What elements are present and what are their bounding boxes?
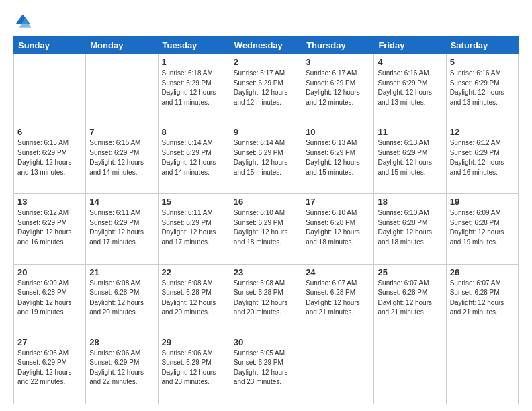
day-number: 24 <box>306 267 370 277</box>
day-number: 3 <box>306 57 370 67</box>
day-info: Sunrise: 6:11 AM Sunset: 6:29 PM Dayligh… <box>89 208 154 247</box>
day-number: 10 <box>306 127 370 137</box>
day-number: 30 <box>234 337 298 347</box>
calendar-day-cell: 1Sunrise: 6:18 AM Sunset: 6:29 PM Daylig… <box>158 54 230 124</box>
calendar-day-cell: 3Sunrise: 6:17 AM Sunset: 6:29 PM Daylig… <box>302 54 374 124</box>
day-number: 25 <box>378 267 442 277</box>
day-number: 22 <box>162 267 226 277</box>
day-info: Sunrise: 6:09 AM Sunset: 6:28 PM Dayligh… <box>450 208 515 247</box>
day-info: Sunrise: 6:13 AM Sunset: 6:29 PM Dayligh… <box>378 138 442 177</box>
day-info: Sunrise: 6:14 AM Sunset: 6:29 PM Dayligh… <box>162 138 226 177</box>
day-info: Sunrise: 6:10 AM Sunset: 6:29 PM Dayligh… <box>234 208 298 247</box>
calendar-day-cell <box>14 54 86 124</box>
day-info: Sunrise: 6:06 AM Sunset: 6:29 PM Dayligh… <box>89 349 154 387</box>
calendar-day-cell: 27Sunrise: 6:06 AM Sunset: 6:29 PM Dayli… <box>14 334 86 404</box>
day-info: Sunrise: 6:15 AM Sunset: 6:29 PM Dayligh… <box>89 138 154 177</box>
day-info: Sunrise: 6:16 AM Sunset: 6:29 PM Dayligh… <box>450 68 515 107</box>
weekday-header-monday: Monday <box>86 37 158 54</box>
day-info: Sunrise: 6:06 AM Sunset: 6:29 PM Dayligh… <box>17 349 82 387</box>
calendar-day-cell: 11Sunrise: 6:13 AM Sunset: 6:29 PM Dayli… <box>374 124 446 194</box>
day-number: 2 <box>234 57 298 67</box>
day-number: 14 <box>89 197 154 207</box>
calendar-day-cell <box>86 54 158 124</box>
day-info: Sunrise: 6:07 AM Sunset: 6:28 PM Dayligh… <box>378 279 442 318</box>
calendar-week-row: 1Sunrise: 6:18 AM Sunset: 6:29 PM Daylig… <box>14 54 519 124</box>
calendar-week-row: 6Sunrise: 6:15 AM Sunset: 6:29 PM Daylig… <box>14 124 519 194</box>
day-info: Sunrise: 6:12 AM Sunset: 6:29 PM Dayligh… <box>17 208 82 247</box>
calendar-day-cell <box>374 334 446 404</box>
calendar-day-cell <box>302 334 374 404</box>
day-info: Sunrise: 6:12 AM Sunset: 6:29 PM Dayligh… <box>450 138 515 177</box>
calendar-day-cell: 24Sunrise: 6:07 AM Sunset: 6:28 PM Dayli… <box>302 264 374 334</box>
day-number: 16 <box>234 197 298 207</box>
calendar-day-cell: 10Sunrise: 6:13 AM Sunset: 6:29 PM Dayli… <box>302 124 374 194</box>
calendar-day-cell: 12Sunrise: 6:12 AM Sunset: 6:29 PM Dayli… <box>446 124 518 194</box>
calendar-week-row: 13Sunrise: 6:12 AM Sunset: 6:29 PM Dayli… <box>14 194 519 264</box>
calendar-day-cell: 21Sunrise: 6:08 AM Sunset: 6:28 PM Dayli… <box>86 264 158 334</box>
calendar-day-cell: 14Sunrise: 6:11 AM Sunset: 6:29 PM Dayli… <box>86 194 158 264</box>
day-number: 9 <box>234 127 298 137</box>
calendar-day-cell: 2Sunrise: 6:17 AM Sunset: 6:29 PM Daylig… <box>230 54 302 124</box>
day-number: 13 <box>17 197 82 207</box>
calendar-day-cell: 9Sunrise: 6:14 AM Sunset: 6:29 PM Daylig… <box>230 124 302 194</box>
day-number: 4 <box>378 57 442 67</box>
day-number: 29 <box>162 337 226 347</box>
calendar-day-cell: 30Sunrise: 6:05 AM Sunset: 6:29 PM Dayli… <box>230 334 302 404</box>
calendar-day-cell: 20Sunrise: 6:09 AM Sunset: 6:28 PM Dayli… <box>14 264 86 334</box>
calendar-day-cell: 22Sunrise: 6:08 AM Sunset: 6:28 PM Dayli… <box>158 264 230 334</box>
day-info: Sunrise: 6:17 AM Sunset: 6:29 PM Dayligh… <box>234 68 298 107</box>
calendar-day-cell: 28Sunrise: 6:06 AM Sunset: 6:29 PM Dayli… <box>86 334 158 404</box>
day-number: 11 <box>378 127 442 137</box>
calendar-week-row: 20Sunrise: 6:09 AM Sunset: 6:28 PM Dayli… <box>14 264 519 334</box>
calendar-day-cell: 5Sunrise: 6:16 AM Sunset: 6:29 PM Daylig… <box>446 54 518 124</box>
weekday-header-tuesday: Tuesday <box>158 37 230 54</box>
day-number: 15 <box>162 197 226 207</box>
weekday-header-wednesday: Wednesday <box>230 37 302 54</box>
calendar-day-cell: 7Sunrise: 6:15 AM Sunset: 6:29 PM Daylig… <box>86 124 158 194</box>
day-number: 26 <box>450 267 515 277</box>
day-info: Sunrise: 6:17 AM Sunset: 6:29 PM Dayligh… <box>306 68 370 107</box>
day-number: 18 <box>378 197 442 207</box>
day-info: Sunrise: 6:07 AM Sunset: 6:28 PM Dayligh… <box>306 279 370 318</box>
day-number: 6 <box>17 127 82 137</box>
day-number: 28 <box>89 337 154 347</box>
calendar-day-cell: 25Sunrise: 6:07 AM Sunset: 6:28 PM Dayli… <box>374 264 446 334</box>
calendar-header: SundayMondayTuesdayWednesdayThursdayFrid… <box>14 37 519 54</box>
day-number: 20 <box>17 267 82 277</box>
day-info: Sunrise: 6:10 AM Sunset: 6:28 PM Dayligh… <box>306 208 370 247</box>
calendar-day-cell: 29Sunrise: 6:06 AM Sunset: 6:29 PM Dayli… <box>158 334 230 404</box>
calendar-day-cell: 26Sunrise: 6:07 AM Sunset: 6:28 PM Dayli… <box>446 264 518 334</box>
weekday-header-thursday: Thursday <box>302 37 374 54</box>
day-info: Sunrise: 6:05 AM Sunset: 6:29 PM Dayligh… <box>234 349 298 387</box>
calendar-day-cell: 16Sunrise: 6:10 AM Sunset: 6:29 PM Dayli… <box>230 194 302 264</box>
logo <box>13 12 35 31</box>
day-info: Sunrise: 6:16 AM Sunset: 6:29 PM Dayligh… <box>378 68 442 107</box>
logo-icon <box>13 12 32 31</box>
weekday-header-sunday: Sunday <box>14 37 86 54</box>
day-info: Sunrise: 6:09 AM Sunset: 6:28 PM Dayligh… <box>17 279 82 318</box>
header <box>13 12 519 31</box>
day-info: Sunrise: 6:18 AM Sunset: 6:29 PM Dayligh… <box>162 68 226 107</box>
day-info: Sunrise: 6:14 AM Sunset: 6:29 PM Dayligh… <box>234 138 298 177</box>
day-info: Sunrise: 6:06 AM Sunset: 6:29 PM Dayligh… <box>162 349 226 387</box>
calendar-table: SundayMondayTuesdayWednesdayThursdayFrid… <box>13 36 519 404</box>
weekday-row: SundayMondayTuesdayWednesdayThursdayFrid… <box>14 37 519 54</box>
day-number: 21 <box>89 267 154 277</box>
calendar-body: 1Sunrise: 6:18 AM Sunset: 6:29 PM Daylig… <box>14 54 519 404</box>
weekday-header-friday: Friday <box>374 37 446 54</box>
calendar-day-cell: 6Sunrise: 6:15 AM Sunset: 6:29 PM Daylig… <box>14 124 86 194</box>
calendar-day-cell: 23Sunrise: 6:08 AM Sunset: 6:28 PM Dayli… <box>230 264 302 334</box>
day-number: 5 <box>450 57 515 67</box>
calendar-day-cell: 15Sunrise: 6:11 AM Sunset: 6:29 PM Dayli… <box>158 194 230 264</box>
calendar-day-cell: 18Sunrise: 6:10 AM Sunset: 6:28 PM Dayli… <box>374 194 446 264</box>
day-number: 17 <box>306 197 370 207</box>
calendar-day-cell: 19Sunrise: 6:09 AM Sunset: 6:28 PM Dayli… <box>446 194 518 264</box>
day-number: 7 <box>89 127 154 137</box>
day-info: Sunrise: 6:08 AM Sunset: 6:28 PM Dayligh… <box>234 279 298 318</box>
day-info: Sunrise: 6:08 AM Sunset: 6:28 PM Dayligh… <box>89 279 154 318</box>
calendar-day-cell: 17Sunrise: 6:10 AM Sunset: 6:28 PM Dayli… <box>302 194 374 264</box>
day-number: 8 <box>162 127 226 137</box>
calendar-day-cell <box>446 334 518 404</box>
day-number: 27 <box>17 337 82 347</box>
weekday-header-saturday: Saturday <box>446 37 518 54</box>
